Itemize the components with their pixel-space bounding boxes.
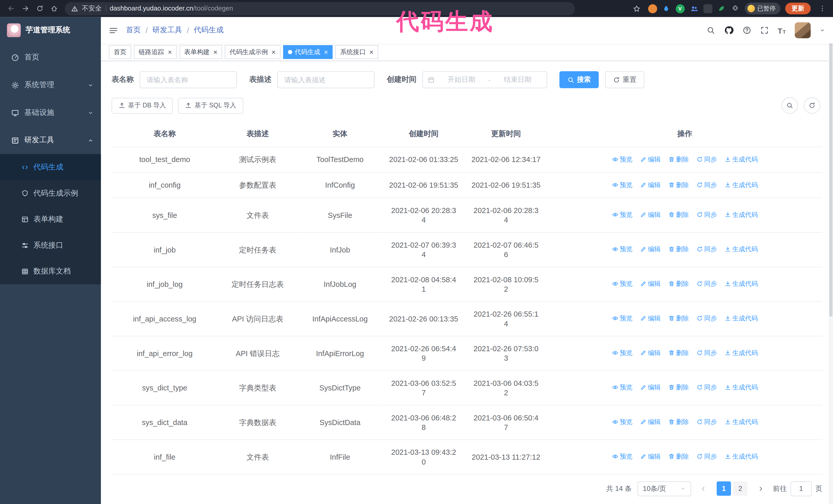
reload-button[interactable] (33, 2, 46, 15)
close-tab-icon[interactable]: × (270, 49, 276, 56)
address-bar[interactable]: 不安全 dashboard.yudao.iocoder.cn/tool/code… (65, 2, 575, 15)
profile-paused-badge[interactable]: 已暂停 (744, 3, 781, 14)
toggle-search-button[interactable] (782, 97, 798, 114)
extension-icon[interactable] (703, 4, 712, 13)
tab[interactable]: 代码生成示例× (225, 45, 280, 59)
generate-code-link[interactable]: 生成代码 (724, 180, 758, 189)
search-button[interactable]: 搜索 (560, 71, 599, 88)
table-desc-input[interactable] (277, 71, 375, 88)
refresh-button[interactable] (804, 97, 820, 114)
hamburger-icon[interactable] (109, 26, 118, 35)
delete-link[interactable]: 删除 (668, 314, 689, 323)
sidebar-item[interactable]: 研发工具 (0, 126, 101, 154)
sync-link[interactable]: 同步 (696, 383, 717, 392)
preview-link[interactable]: 预览 (612, 383, 633, 392)
breadcrumb-item-devtools[interactable]: 研发工具 (152, 25, 182, 35)
delete-link[interactable]: 删除 (668, 452, 689, 461)
generate-code-link[interactable]: 生成代码 (724, 417, 758, 427)
edit-link[interactable]: 编辑 (640, 417, 661, 427)
tab[interactable]: 链路追踪× (134, 45, 176, 59)
page-number[interactable]: 2 (733, 481, 747, 496)
generate-code-link[interactable]: 生成代码 (724, 452, 758, 461)
import-db-button[interactable]: 基于 DB 导入 (112, 97, 173, 113)
help-icon[interactable] (743, 26, 751, 34)
generate-code-link[interactable]: 生成代码 (724, 244, 758, 254)
sidebar-subitem[interactable]: 表单构建 (0, 206, 101, 232)
edit-link[interactable]: 编辑 (640, 210, 661, 219)
menu-dots-icon[interactable] (815, 2, 829, 15)
preview-link[interactable]: 预览 (612, 244, 633, 254)
tab[interactable]: 首页 (109, 45, 131, 59)
sync-link[interactable]: 同步 (696, 180, 717, 189)
edit-link[interactable]: 编辑 (640, 314, 661, 323)
tab[interactable]: 代码生成× (283, 45, 333, 59)
app-logo[interactable]: 芋道管理系统 (0, 17, 101, 44)
generate-code-link[interactable]: 生成代码 (724, 314, 758, 323)
sidebar-subitem[interactable]: 系统接口 (0, 232, 101, 258)
edit-link[interactable]: 编辑 (640, 348, 661, 358)
sidebar-item[interactable]: 系统管理 (0, 71, 101, 99)
home-button[interactable] (47, 2, 61, 15)
import-sql-button[interactable]: 基于 SQL 导入 (178, 97, 243, 113)
update-button[interactable]: 更新 (785, 3, 810, 14)
edit-link[interactable]: 编辑 (640, 244, 661, 254)
user-avatar[interactable] (795, 22, 811, 38)
reset-button[interactable]: 重置 (605, 71, 644, 88)
tab[interactable]: 系统接口× (335, 45, 378, 59)
sync-link[interactable]: 同步 (696, 154, 717, 164)
sync-link[interactable]: 同步 (696, 210, 717, 219)
generate-code-link[interactable]: 生成代码 (724, 154, 758, 164)
forward-button[interactable] (19, 2, 32, 15)
generate-code-link[interactable]: 生成代码 (724, 348, 758, 358)
preview-link[interactable]: 预览 (612, 417, 633, 427)
edit-link[interactable]: 编辑 (640, 279, 661, 288)
edit-link[interactable]: 编辑 (640, 383, 661, 392)
preview-link[interactable]: 预览 (612, 154, 633, 164)
prev-page-button[interactable] (697, 481, 710, 496)
date-range-picker[interactable]: 开始日期 - 结束日期 (422, 71, 547, 88)
tab[interactable]: 表单构建× (180, 45, 222, 59)
page-size-select[interactable]: 10条/页 (638, 481, 691, 496)
extension-icon[interactable] (648, 4, 657, 13)
preview-link[interactable]: 预览 (612, 348, 633, 358)
leaf-extension-icon[interactable] (717, 4, 726, 13)
delete-link[interactable]: 删除 (668, 383, 689, 392)
close-tab-icon[interactable]: × (167, 49, 172, 56)
sidebar-item[interactable]: 首页 (0, 44, 101, 71)
caret-down-icon[interactable] (820, 28, 825, 33)
generate-code-link[interactable]: 生成代码 (724, 279, 758, 288)
delete-link[interactable]: 删除 (668, 210, 689, 219)
sidebar-subitem[interactable]: 数据库文档 (0, 258, 101, 284)
delete-link[interactable]: 删除 (668, 180, 689, 189)
window-scrollbar[interactable] (829, 17, 833, 504)
delete-link[interactable]: 删除 (668, 348, 689, 358)
sidebar-subitem[interactable]: 代码生成示例 (0, 180, 101, 207)
preview-link[interactable]: 预览 (612, 210, 633, 219)
preview-link[interactable]: 预览 (612, 180, 633, 189)
bookmark-star-icon[interactable] (630, 2, 643, 15)
v-extension-icon[interactable] (675, 4, 684, 13)
sync-link[interactable]: 同步 (696, 314, 717, 323)
extensions-puzzle-icon[interactable] (731, 4, 740, 13)
close-tab-icon[interactable]: × (212, 49, 217, 56)
delete-link[interactable]: 删除 (668, 279, 689, 288)
sync-link[interactable]: 同步 (696, 417, 717, 427)
fullscreen-icon[interactable] (760, 26, 769, 34)
edit-link[interactable]: 编辑 (640, 180, 661, 189)
goto-page-input[interactable] (790, 481, 812, 496)
fontsize-icon[interactable]: TT (778, 26, 786, 34)
people-extension-icon[interactable] (689, 4, 698, 13)
github-icon[interactable] (724, 25, 734, 35)
edit-link[interactable]: 编辑 (640, 452, 661, 461)
table-name-input[interactable] (140, 71, 237, 88)
back-button[interactable] (4, 2, 18, 15)
close-tab-icon[interactable]: × (323, 49, 328, 56)
delete-link[interactable]: 删除 (668, 417, 689, 427)
generate-code-link[interactable]: 生成代码 (724, 383, 758, 392)
close-tab-icon[interactable]: × (368, 49, 374, 56)
sync-link[interactable]: 同步 (696, 279, 717, 288)
sync-link[interactable]: 同步 (696, 348, 717, 358)
sidebar-subitem[interactable]: 代码生成 (0, 154, 101, 180)
preview-link[interactable]: 预览 (612, 314, 633, 323)
sidebar-item[interactable]: 基础设施 (0, 99, 101, 127)
